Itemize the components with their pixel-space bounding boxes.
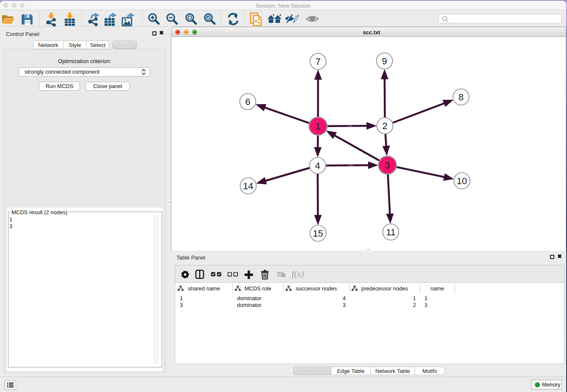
svg-text:14: 14 <box>243 181 253 191</box>
svg-text:9: 9 <box>382 56 387 66</box>
svg-text:6: 6 <box>245 97 250 107</box>
svg-text:10: 10 <box>457 176 467 186</box>
svg-text:1: 1 <box>315 121 320 132</box>
svg-text:15: 15 <box>313 228 323 239</box>
svg-text:11: 11 <box>386 227 396 237</box>
svg-text:8: 8 <box>458 92 463 102</box>
svg-text:2: 2 <box>382 121 387 131</box>
svg-text:3: 3 <box>385 160 390 171</box>
svg-text:4: 4 <box>315 160 320 171</box>
svg-text:7: 7 <box>315 56 320 67</box>
